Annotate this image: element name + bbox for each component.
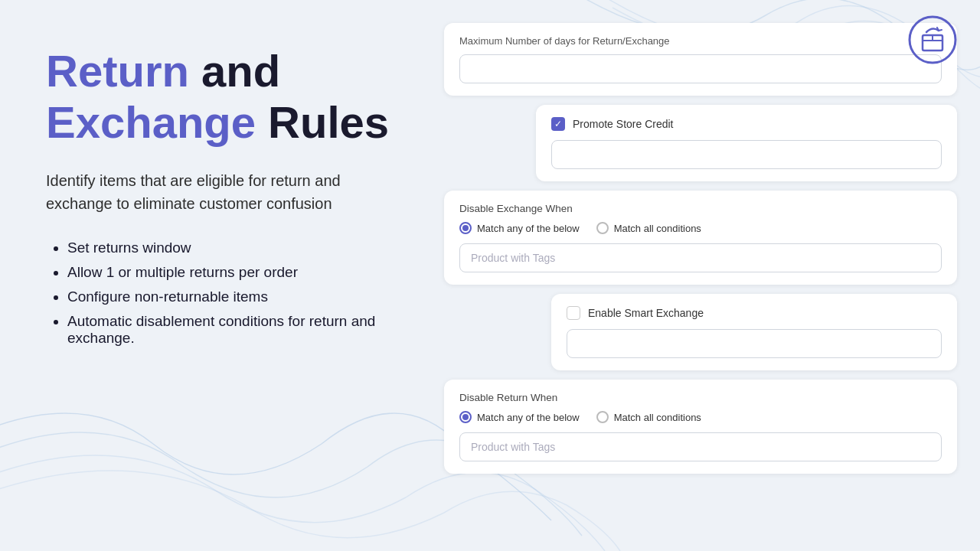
disable-return-all-option[interactable]: Match all conditions: [596, 411, 701, 423]
enable-smart-exchange-card: Enable Smart Exchange: [551, 294, 957, 370]
list-item: Set returns window: [67, 240, 390, 256]
right-panel: Maximum Number of days for Return/Exchan…: [429, 0, 980, 551]
disable-return-radio-row: Match any of the below Match all conditi…: [459, 411, 942, 423]
enable-smart-exchange-input[interactable]: [567, 329, 942, 358]
disable-exchange-any-option[interactable]: Match any of the below: [459, 222, 580, 234]
feature-list: Set returns window Allow 1 or multiple r…: [46, 240, 390, 347]
disable-exchange-radio-row: Match any of the below Match all conditi…: [459, 222, 942, 234]
disable-exchange-card: Disable Exchange When Match any of the b…: [444, 191, 957, 285]
page-title: Return and Exchange Rules: [46, 46, 390, 148]
list-item: Configure non-returnable items: [67, 289, 390, 305]
list-item: Allow 1 or multiple returns per order: [67, 264, 390, 281]
promote-store-credit-card: ✓ Promote Store Credit: [536, 105, 957, 181]
left-panel: Return and Exchange Rules Identify items…: [0, 0, 429, 551]
enable-smart-exchange-checkbox[interactable]: [567, 306, 580, 320]
promote-store-credit-checkbox[interactable]: ✓: [551, 117, 565, 131]
promote-store-credit-input[interactable]: [551, 140, 942, 169]
disable-return-all-radio[interactable]: [596, 411, 609, 423]
disable-exchange-label: Disable Exchange When: [459, 203, 942, 214]
disable-return-input[interactable]: [459, 432, 942, 461]
max-days-card: Maximum Number of days for Return/Exchan…: [444, 23, 957, 96]
app-logo: [908, 15, 957, 64]
max-days-label: Maximum Number of days for Return/Exchan…: [459, 35, 942, 47]
page-subtitle: Identify items that are eligible for ret…: [46, 169, 390, 215]
disable-exchange-any-radio[interactable]: [459, 222, 472, 234]
disable-return-label: Disable Return When: [459, 392, 942, 403]
enable-smart-exchange-label: Enable Smart Exchange: [588, 307, 704, 319]
promote-store-credit-row: ✓ Promote Store Credit: [551, 117, 942, 131]
disable-return-any-option[interactable]: Match any of the below: [459, 411, 580, 423]
enable-smart-exchange-row: Enable Smart Exchange: [567, 306, 942, 320]
list-item: Automatic disablement conditions for ret…: [67, 313, 390, 347]
disable-return-card: Disable Return When Match any of the bel…: [444, 380, 957, 474]
disable-exchange-input[interactable]: [459, 243, 942, 272]
disable-exchange-all-radio[interactable]: [596, 222, 609, 234]
max-days-input[interactable]: [459, 54, 942, 83]
promote-store-credit-label: Promote Store Credit: [573, 118, 674, 130]
disable-return-any-radio[interactable]: [459, 411, 472, 423]
disable-exchange-all-option[interactable]: Match all conditions: [596, 222, 701, 234]
